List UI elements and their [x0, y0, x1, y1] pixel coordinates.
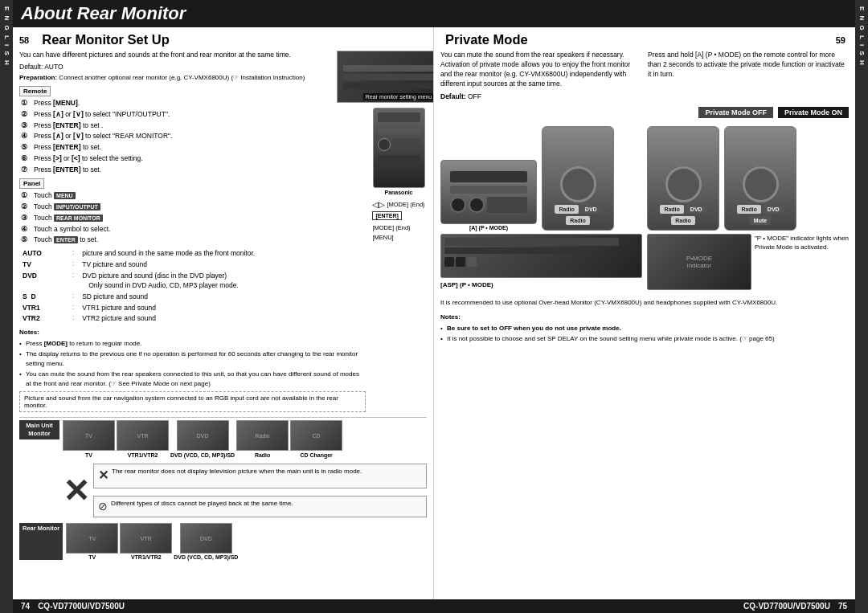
- receiver-img: [440, 160, 537, 224]
- page-header: About Rear Monitor: [13, 0, 855, 27]
- panel-label: Panel: [19, 178, 44, 189]
- footer-left: 74 CQ-VD7700U/VD7500U: [21, 602, 125, 611]
- private-intro: You can mute the sound from the rear spe…: [440, 51, 641, 89]
- remote-btn-radio-off-2: Radio: [566, 216, 589, 225]
- remote-dial-off: [560, 166, 596, 202]
- page-title: About Rear Monitor: [21, 3, 186, 24]
- p-mode-note-text: "P • MODE" indicator lights when Private…: [755, 234, 849, 290]
- left-section-title: Rear Monitor Set Up: [42, 32, 170, 47]
- step-r4: ④Press [∧] or [∨] to select "REAR MONITO…: [21, 131, 366, 141]
- notes-list-right: Be sure to set to OFF when you do not us…: [440, 324, 849, 344]
- step-r2: ②Press [∧] or [∨] to select "INPUT/OUTPU…: [21, 109, 366, 120]
- p-mode-screen: P•MODEindicator: [647, 234, 751, 290]
- bottom-cross-section: ✕ ✕ The rear monitor does not display te…: [19, 461, 427, 520]
- private-off-on-row: Private Mode OFF Private Mode ON: [440, 107, 849, 118]
- rear-thumb-dvd: DVD DVD (VCD, CD, MP3)/SD: [174, 523, 238, 560]
- thumb-dvd: DVD DVD (VCD, CD, MP3)/SD: [170, 420, 235, 458]
- rear-monitor-bottom: Rear Monitor TV TV VTR VTR1/VTR2 DVD DVD: [19, 523, 427, 560]
- step-r5: ⑤Press [ENTER] to set.: [21, 142, 366, 153]
- step-p5: ⑤Touch ENTER to set.: [21, 235, 366, 245]
- panel-steps-list: ①Touch MENU ②Touch INPUT/OUTPUT ③Touch R…: [21, 190, 366, 245]
- control-labels: ◁▷ [MODE] (End) [ENTER] [MODE] (End) [ME…: [372, 198, 424, 243]
- cross-diagram: ✕: [63, 464, 90, 517]
- private-labels: Private Mode OFF Private Mode ON: [698, 107, 849, 118]
- note-3: You can mute the sound from the rear spe…: [19, 370, 366, 389]
- footer-right: CQ-VD7700U/VD7500U 75: [743, 602, 847, 611]
- warning-no-radio-text: The rear monitor does not display televi…: [112, 467, 362, 484]
- mode-row-sd: S D : SD picture and sound: [19, 292, 366, 303]
- top-device-row: TV TV VTR VTR1/VTR2 DVD DVD (VCD, CD, MP…: [63, 420, 427, 458]
- off-remotes-row: [A] (P • MODE) Radio DVD: [440, 126, 642, 231]
- remote-dial-on-2: [743, 166, 779, 202]
- right-press-hold-block: Press and hold [A] (P • MODE) on the rem…: [648, 51, 849, 104]
- mode-end-label-2: [MODE] (End): [372, 223, 424, 233]
- warning-disc-icon: ⊘: [98, 499, 108, 515]
- remote-btn-row-off: Radio DVD: [555, 205, 600, 214]
- p-mode-area: P•MODEindicator "P • MODE" indicator lig…: [647, 234, 849, 290]
- step-r3: ③Press [ENTER] to set .: [21, 121, 366, 131]
- asp-receiver-img: [440, 234, 642, 278]
- bottom-device-layout: Main UnitMonitor TV TV VTR VTR1/VTR2: [19, 420, 427, 458]
- warning-text: Picture and sound from the car navigatio…: [24, 394, 338, 409]
- single-remote-img-off: Radio DVD Radio: [542, 126, 614, 231]
- press-hold-text: Press and hold [A] (P • MODE) on the rem…: [648, 51, 849, 80]
- left-page-num: 58: [19, 35, 29, 45]
- remote-btn-radio-on-1: Radio: [660, 205, 683, 214]
- right-column: Private Mode 59 You can mute the sound f…: [434, 27, 855, 599]
- thumb-dvd-label: DVD (VCD, CD, MP3)/SD: [170, 452, 235, 458]
- rear-thumb-dvd-label: DVD (VCD, CD, MP3)/SD: [174, 554, 238, 560]
- single-remote-on-1: Radio DVD Radio: [647, 126, 719, 231]
- content-row: 58 Rear Monitor Set Up You can have diff…: [13, 27, 855, 599]
- rear-thumb-vtr: VTR VTR1/VTR2: [120, 523, 172, 560]
- prep-text: Preparation: Connect another optional re…: [19, 73, 366, 82]
- left-page-footer-num: 74: [21, 602, 30, 611]
- single-remote-img-on-1: Radio DVD Radio: [647, 126, 719, 231]
- remote-btn-mute-on-2: Mute: [750, 216, 771, 225]
- remote-btn-radio-off: Radio: [555, 205, 578, 214]
- step-p1: ①Touch MENU: [21, 190, 366, 201]
- thumb-dvd-img: DVD: [177, 420, 229, 451]
- left-section-title-row: 58 Rear Monitor Set Up: [19, 32, 427, 47]
- thumb-radio-img: Radio: [236, 420, 289, 451]
- panasonic-label: Panasonic: [373, 190, 425, 195]
- thumb-cd-label: CD Changer: [300, 452, 332, 458]
- right-footer-model: CQ-VD7700U/VD7500U: [743, 602, 830, 611]
- remote-btn-radio-on-2: Radio: [737, 205, 760, 214]
- rear-monitor-label: Rear Monitor: [19, 523, 63, 560]
- right-page-num: 59: [836, 35, 845, 45]
- single-remote-on-2: Radio DVD Mute: [724, 126, 796, 231]
- thumb-radio: Radio Radio: [236, 420, 289, 458]
- step-r7: ⑦Press [ENTER] to set.: [21, 165, 366, 175]
- notes-title-right: Notes:: [440, 313, 849, 322]
- rear-thumb-vtr-img: VTR: [120, 523, 172, 554]
- right-page-footer-num: 75: [838, 602, 847, 611]
- rear-device-thumbs: TV TV VTR VTR1/VTR2 DVD DVD (VCD, CD, MP…: [66, 523, 238, 560]
- right-remote-area: Rear monitor setting menu: [371, 51, 427, 415]
- asp-label: [ASP] (P • MODE): [440, 281, 642, 288]
- warning-x-1: ✕: [98, 467, 108, 484]
- p-mode-indicator-note: "P • MODE" indicator lights when Private…: [755, 235, 849, 251]
- step-r6: ⑥Press [>] or [<] to select the setting.: [21, 153, 366, 164]
- remote-dial-on-1: [665, 166, 702, 202]
- remote-btn-row-on-2: Radio DVD: [737, 205, 783, 214]
- right-sidebar: E N G L I S H: [855, 0, 868, 613]
- main-unit-area: Panasonic: [373, 108, 425, 195]
- monitor-label: Rear monitor setting menu: [363, 93, 434, 100]
- remote-btn-row-on-1: Radio DVD: [660, 205, 706, 214]
- notes-section-left: Notes: Press [MODE] to return to regular…: [19, 328, 366, 389]
- menu-label: [MENU]: [372, 233, 424, 243]
- warning-no-multi-disc-text: Different types of discs cannot be playe…: [111, 499, 293, 515]
- mode-row-auto: AUTO : picture and sound in the same mod…: [19, 248, 366, 260]
- enter-label-1: [ENTER]: [372, 211, 424, 221]
- step-p3: ③Touch REAR MONITOR: [21, 213, 366, 223]
- cross-spacer: [19, 461, 59, 520]
- rear-thumb-tv-img: TV: [66, 523, 118, 554]
- main-content: About Rear Monitor 58 Rear Monitor Set U…: [13, 0, 855, 613]
- mode-row-tv: TV : TV picture and sound: [19, 260, 366, 271]
- default-text: Default: AUTO: [19, 63, 366, 71]
- thumb-vtr-label: VTR1/VTR2: [128, 452, 158, 458]
- left-inner-layout: You can have different pictures and soun…: [19, 51, 427, 415]
- right-section-title-row: Private Mode 59: [440, 32, 849, 47]
- rear-thumb-vtr-label: VTR1/VTR2: [131, 554, 162, 560]
- thumb-tv-label: TV: [85, 452, 92, 458]
